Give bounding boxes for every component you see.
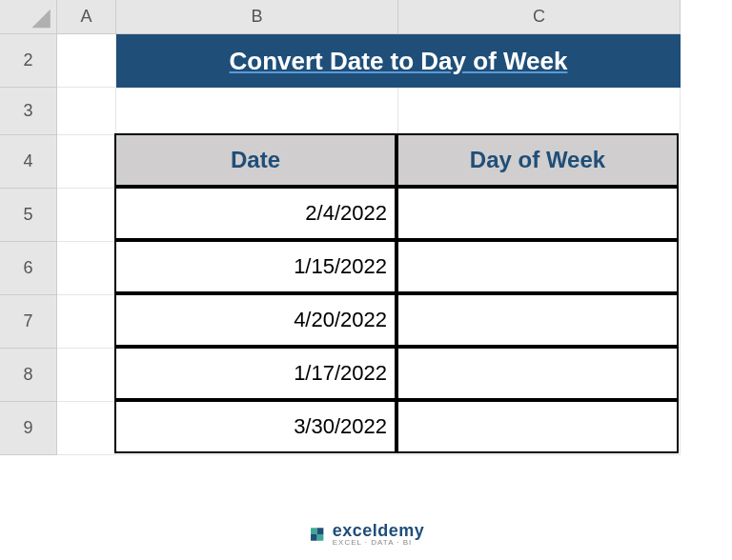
- row-header-6[interactable]: 6: [0, 242, 57, 295]
- cell-date-1[interactable]: 1/15/2022: [114, 240, 396, 293]
- header-date[interactable]: Date: [114, 133, 396, 187]
- cell-date-0[interactable]: 2/4/2022: [114, 187, 396, 240]
- cell-date-4[interactable]: 3/30/2022: [114, 400, 396, 453]
- logo-icon: [308, 525, 327, 544]
- cell-day-0[interactable]: [396, 187, 679, 240]
- cell-A7[interactable]: [57, 295, 116, 349]
- row-header-3[interactable]: 3: [0, 88, 57, 135]
- select-all-corner[interactable]: [0, 0, 57, 34]
- cell-A4[interactable]: [57, 135, 116, 189]
- logo-tagline: EXCEL · DATA · BI: [333, 539, 425, 547]
- logo-text: exceldemy: [333, 522, 425, 539]
- cell-C3[interactable]: [398, 88, 681, 135]
- cell-A8[interactable]: [57, 349, 116, 402]
- cell-A9[interactable]: [57, 402, 116, 455]
- logo: exceldemy EXCEL · DATA · BI: [308, 522, 425, 547]
- row-header-9[interactable]: 9: [0, 402, 57, 455]
- cell-date-2[interactable]: 4/20/2022: [114, 293, 396, 347]
- row-header-5[interactable]: 5: [0, 189, 57, 242]
- cell-day-2[interactable]: [396, 293, 679, 347]
- cell-A5[interactable]: [57, 189, 116, 242]
- title-cell[interactable]: Convert Date to Day of Week: [116, 34, 681, 88]
- cell-day-1[interactable]: [396, 240, 679, 293]
- row-headers: 23456789: [0, 34, 57, 455]
- cell-day-4[interactable]: [396, 400, 679, 453]
- cell-date-3[interactable]: 1/17/2022: [114, 347, 396, 400]
- cell-day-3[interactable]: [396, 347, 679, 400]
- header-day-of-week[interactable]: Day of Week: [396, 133, 679, 187]
- cell-A2[interactable]: [57, 34, 116, 88]
- column-headers: ABC: [57, 0, 681, 34]
- column-header-A[interactable]: A: [57, 0, 116, 34]
- row-header-8[interactable]: 8: [0, 349, 57, 402]
- column-header-C[interactable]: C: [398, 0, 681, 34]
- cell-A3[interactable]: [57, 88, 116, 135]
- row-header-4[interactable]: 4: [0, 135, 57, 189]
- cell-B3[interactable]: [116, 88, 398, 135]
- column-header-B[interactable]: B: [116, 0, 398, 34]
- cell-A6[interactable]: [57, 242, 116, 295]
- row-header-7[interactable]: 7: [0, 295, 57, 349]
- row-header-2[interactable]: 2: [0, 34, 57, 88]
